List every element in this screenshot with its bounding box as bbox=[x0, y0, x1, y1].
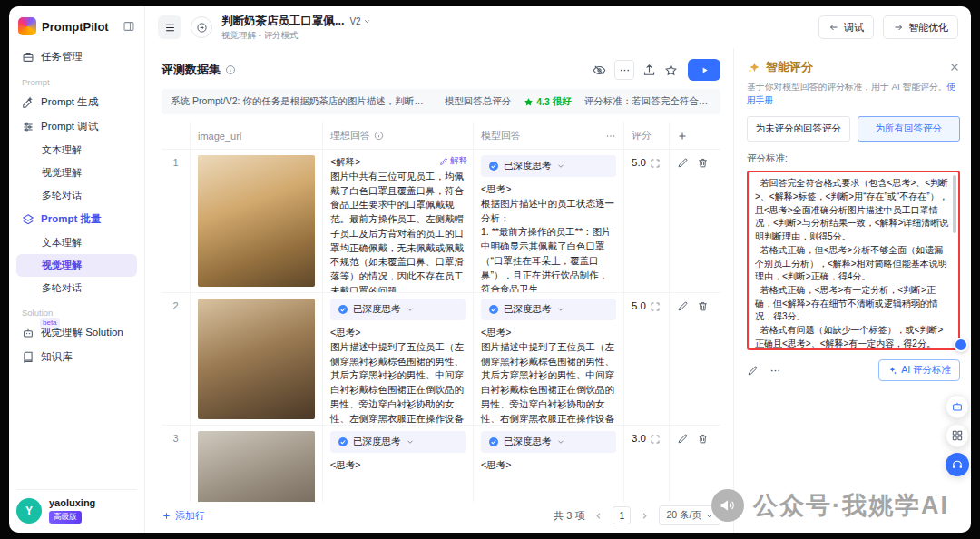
sidebar-item-prompt-debug[interactable]: Prompt 调试 bbox=[16, 114, 137, 139]
delete-row-button[interactable] bbox=[697, 157, 709, 169]
deep-think-toggle[interactable]: 已深度思考 bbox=[330, 299, 466, 320]
sidebar-item-vision-solution[interactable]: beta 视觉理解 Solution bbox=[16, 320, 137, 345]
row-index: 2 bbox=[162, 293, 191, 426]
criteria-preview: 评分标准：若回答完全符合格... bbox=[584, 95, 711, 108]
edit-row-button[interactable] bbox=[677, 300, 689, 312]
deep-think-toggle[interactable]: 已深度思考 bbox=[481, 155, 616, 177]
deep-think-toggle[interactable]: 已深度思考 bbox=[481, 431, 616, 453]
score-unscored-button[interactable]: 为未评分的回答评分 bbox=[747, 116, 850, 142]
table-row: 2 已深度思考 <思考> 图片描述中提到了五位员工（左侧穿黑衬衫戴棕色围裙的男性… bbox=[162, 293, 720, 426]
edit-row-button[interactable] bbox=[677, 157, 689, 169]
plus-icon bbox=[677, 131, 688, 142]
score-value: 5.0 bbox=[632, 300, 646, 311]
user-profile[interactable]: Y yaoluxing 高级版 bbox=[16, 489, 137, 524]
chevron-down-icon bbox=[406, 437, 415, 446]
debug-button[interactable]: 调试 bbox=[818, 15, 874, 39]
more-options-button[interactable] bbox=[614, 60, 634, 80]
image-cell[interactable] bbox=[191, 293, 323, 426]
total-count: 共 3 项 bbox=[554, 509, 584, 523]
ai-assistant-button[interactable] bbox=[946, 395, 969, 418]
col-header-model-answer[interactable]: 模型回答 bbox=[474, 122, 624, 150]
sidebar-item-task-management[interactable]: 任务管理 bbox=[16, 44, 137, 69]
close-icon[interactable] bbox=[949, 62, 960, 73]
chevron-down-icon bbox=[556, 162, 565, 171]
sidebar-item-prompt-gen[interactable]: Prompt 生成 bbox=[16, 90, 137, 114]
run-evaluation-button[interactable] bbox=[688, 59, 720, 81]
collapse-sidebar-icon[interactable] bbox=[122, 20, 135, 33]
dataset-image[interactable] bbox=[198, 299, 315, 419]
score-all-button[interactable]: 为所有回答评分 bbox=[858, 116, 961, 142]
total-score: 4.3 很好 bbox=[524, 95, 572, 108]
magic-icon bbox=[887, 366, 897, 376]
sidebar-item-label: Prompt 调试 bbox=[41, 120, 98, 133]
model-answer-cell[interactable]: 已深度思考 <思考> 根据图片描述中的员工状态逐一分析： 1. **最前方操作的… bbox=[474, 150, 624, 293]
smart-scoring-panel: 智能评分 基于你对模型回答的评分标准，用于 AI 智能评分。使用手册 为未评分的… bbox=[733, 48, 971, 533]
column-more-icon[interactable] bbox=[605, 131, 616, 142]
sidebar-item-prompt-batch[interactable]: Prompt 批量 bbox=[16, 207, 137, 231]
next-page-icon[interactable] bbox=[640, 511, 650, 521]
deep-think-toggle[interactable]: 已深度思考 bbox=[330, 431, 466, 453]
col-header-score[interactable]: 评分 bbox=[624, 122, 670, 150]
row-actions bbox=[670, 150, 720, 293]
upload-icon[interactable] bbox=[642, 64, 656, 77]
delete-row-button[interactable] bbox=[697, 300, 709, 312]
edit-criteria-icon[interactable] bbox=[747, 365, 759, 377]
image-cell[interactable] bbox=[191, 426, 323, 502]
version-selector[interactable]: V2 bbox=[349, 16, 370, 26]
dataset-image[interactable] bbox=[198, 155, 315, 287]
col-header-index bbox=[162, 122, 191, 150]
workflow-switch-button[interactable] bbox=[191, 16, 212, 38]
expand-icon[interactable] bbox=[650, 301, 661, 312]
model-answer-cell[interactable]: 已深度思考 <思考> 图片描述中提到了五位员工（左侧穿黑衬衫戴棕色围裙的男性、其… bbox=[474, 293, 624, 426]
col-header-image-url[interactable]: image_url bbox=[191, 122, 323, 150]
eye-off-icon[interactable] bbox=[593, 64, 606, 77]
apps-grid-button[interactable] bbox=[946, 424, 969, 447]
score-cell: 3.0 bbox=[624, 426, 670, 502]
sidebar-item-knowledge-base[interactable]: 知识库 bbox=[16, 345, 137, 369]
sidebar-subitem-debug-vision[interactable]: 视觉理解 bbox=[16, 162, 137, 184]
prompt-summary-bar[interactable]: 系统 Prompt/V2: 你的任务是根据奶茶店的图片描述，判断奶茶... 模型… bbox=[162, 89, 720, 114]
expand-icon[interactable] bbox=[650, 434, 661, 445]
ai-criteria-button[interactable]: AI 评分标准 bbox=[878, 359, 960, 381]
dataset-image[interactable] bbox=[198, 431, 315, 502]
sidebar-subitem-batch-multiturn[interactable]: 多轮对话 bbox=[16, 277, 137, 299]
info-icon[interactable] bbox=[374, 131, 384, 141]
delete-row-button[interactable] bbox=[697, 433, 709, 445]
ideal-answer-cell[interactable]: 已深度思考 <思考> bbox=[323, 426, 474, 502]
col-header-ideal-answer[interactable]: 理想回答 bbox=[323, 122, 474, 150]
explain-tag[interactable]: 解释 bbox=[439, 155, 467, 167]
add-row-button[interactable]: 添加行 bbox=[162, 509, 205, 523]
check-circle-icon bbox=[488, 436, 499, 447]
expand-icon[interactable] bbox=[650, 158, 661, 169]
smart-optimize-button[interactable]: 智能优化 bbox=[883, 15, 958, 39]
sidebar-subitem-debug-multiturn[interactable]: 多轮对话 bbox=[16, 184, 137, 207]
main-content: 评测数据集 系统 Prompt/V2: 你的任务是根据奶茶店的图片描述，判断奶茶… bbox=[145, 48, 733, 533]
ideal-answer-cell[interactable]: 解释 <解释> 图片中共有三位可见员工，均佩戴了白色口罩且覆盖口鼻，符合食品卫生… bbox=[323, 150, 474, 293]
sparkle-icon bbox=[747, 61, 760, 74]
layers-icon bbox=[22, 213, 34, 226]
hamburger-menu-button[interactable] bbox=[158, 15, 181, 39]
notification-badge[interactable] bbox=[954, 338, 968, 352]
add-column-button[interactable] bbox=[670, 122, 720, 150]
sidebar-item-label: Prompt 批量 bbox=[41, 212, 101, 226]
deep-think-toggle[interactable]: 已深度思考 bbox=[481, 299, 616, 320]
prev-page-icon[interactable] bbox=[593, 511, 603, 521]
row-actions bbox=[670, 293, 720, 426]
favorite-star-icon[interactable] bbox=[664, 64, 678, 77]
more-icon[interactable] bbox=[769, 365, 781, 377]
support-button[interactable] bbox=[946, 453, 969, 476]
document-title: 判断奶茶店员工口罩佩... bbox=[221, 14, 344, 29]
criteria-textarea[interactable]: 若回答完全符合格式要求（包含<思考>、<判断>、<解释>标签，<判断>用“存在”… bbox=[747, 171, 960, 350]
table-header-row: image_url 理想回答 模型回答 评分 bbox=[162, 122, 720, 150]
model-answer-cell[interactable]: 已深度思考 <思考> bbox=[474, 426, 624, 502]
page-number[interactable]: 1 bbox=[612, 506, 631, 524]
sidebar-subitem-batch-vision-active[interactable]: 视觉理解 bbox=[16, 254, 137, 277]
sidebar-subitem-batch-text[interactable]: 文本理解 bbox=[16, 231, 137, 254]
ideal-answer-cell[interactable]: 已深度思考 <思考> 图片描述中提到了五位员工（左侧穿黑衬衫戴棕色围裙的男性、其… bbox=[323, 293, 474, 426]
scrollbar-thumb[interactable] bbox=[953, 175, 956, 233]
sidebar-subitem-debug-text[interactable]: 文本理解 bbox=[16, 139, 137, 162]
info-icon[interactable] bbox=[225, 64, 236, 75]
image-cell[interactable] bbox=[191, 150, 323, 293]
user-name: yaoluxing bbox=[49, 497, 95, 508]
edit-row-button[interactable] bbox=[677, 433, 689, 445]
